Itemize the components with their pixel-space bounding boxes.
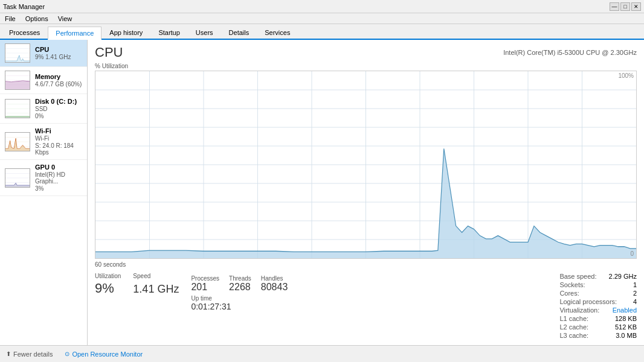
disk-sidebar-sub1: SSD <box>35 106 82 112</box>
logical-proc-val: 4 <box>633 298 637 305</box>
l2-cache-row: L2 cache: 512 KB <box>559 323 637 331</box>
chart-label: % Utilization <box>95 63 637 69</box>
sidebar-item-wifi[interactable]: Wi-Fi Wi-Fi S: 24.0 R: 184 Kbps <box>0 124 87 160</box>
sockets-key: Sockets: <box>559 281 585 288</box>
cores-key: Cores: <box>559 290 579 297</box>
performance-panel: CPU Intel(R) Core(TM) i5-5300U CPU @ 2.3… <box>88 40 644 345</box>
chart-min-label: 0 <box>630 250 634 257</box>
close-button[interactable]: ✕ <box>631 2 641 11</box>
open-resource-monitor-link[interactable]: ⊙ Open Resource Monitor <box>65 351 143 358</box>
threads-label: Threads <box>229 275 251 282</box>
virtualization-val: Enabled <box>613 306 637 314</box>
sidebar-item-memory[interactable]: Memory 4.6/7.7 GB (60%) <box>0 67 87 94</box>
processes-label: Processes <box>191 275 219 282</box>
tab-performance[interactable]: Performance <box>48 27 101 40</box>
menu-view[interactable]: View <box>56 15 74 22</box>
disk-sidebar-info: Disk 0 (C: D:) SSD 0% <box>35 98 82 119</box>
process-thread-handle-stats: Processes 201 Threads 2268 Handles 80843… <box>191 273 547 340</box>
resource-monitor-label: Open Resource Monitor <box>72 351 143 358</box>
cpu-sidebar-info: CPU 9% 1.41 GHz <box>35 46 82 60</box>
tab-services[interactable]: Services <box>257 25 298 39</box>
disk-thumbnail <box>5 99 30 118</box>
threads-stat: Threads 2268 <box>229 275 251 293</box>
l3-cache-val: 3.0 MB <box>616 332 637 339</box>
l2-cache-val: 512 KB <box>615 323 637 331</box>
speed-stat: Speed 1.41 GHz <box>133 273 179 340</box>
tab-startup[interactable]: Startup <box>150 25 187 39</box>
memory-sidebar-label: Memory <box>35 73 82 80</box>
virtualization-key: Virtualization: <box>559 306 599 314</box>
uptime-section: Up time 0:01:27:31 <box>191 295 547 311</box>
menu-options[interactable]: Options <box>24 15 50 22</box>
perf-title: CPU <box>95 45 123 60</box>
utilization-stat: Utilization 9% <box>95 273 121 340</box>
time-range-label: 60 seconds <box>95 261 126 268</box>
cpu-chart-area: 100% 0 <box>95 71 637 259</box>
sidebar-item-cpu[interactable]: CPU 9% 1.41 GHz <box>0 40 87 67</box>
processes-stat: Processes 201 <box>191 275 219 293</box>
bottom-bar: ⬆ Fewer details ⊙ Open Resource Monitor <box>0 345 644 362</box>
base-speed-val: 2.29 GHz <box>609 273 637 280</box>
sockets-val: 1 <box>633 281 637 288</box>
tab-details[interactable]: Details <box>221 25 257 39</box>
cpu-model: Intel(R) Core(TM) i5-5300U CPU @ 2.30GHz <box>503 49 637 56</box>
title-bar: Task Manager — □ ✕ <box>0 0 644 13</box>
wifi-sidebar-sub1: Wi-Fi <box>35 135 82 142</box>
maximize-button[interactable]: □ <box>620 2 630 11</box>
threads-value: 2268 <box>229 282 251 293</box>
sidebar-item-disk[interactable]: Disk 0 (C: D:) SSD 0% <box>0 94 87 124</box>
menu-bar: File Options View <box>0 13 644 24</box>
logical-proc-row: Logical processors: 4 <box>559 298 637 305</box>
menu-file[interactable]: File <box>3 15 18 22</box>
uptime-value: 0:01:27:31 <box>191 302 547 311</box>
stats-area: Utilization 9% Speed 1.41 GHz Processes … <box>95 273 637 340</box>
tab-app-history[interactable]: App history <box>101 25 150 39</box>
l1-cache-key: L1 cache: <box>559 315 588 322</box>
sidebar-item-gpu[interactable]: GPU 0 Intel(R) HD Graphi... 3% <box>0 160 87 196</box>
perf-header: CPU Intel(R) Core(TM) i5-5300U CPU @ 2.3… <box>95 45 637 60</box>
memory-thumbnail <box>5 71 30 90</box>
gpu-thumbnail <box>5 168 30 188</box>
sidebar: CPU 9% 1.41 GHz Memory 4.6/7.7 GB (60%) <box>0 40 88 345</box>
minimize-button[interactable]: — <box>610 2 619 11</box>
disk-sidebar-sub2: 0% <box>35 113 82 119</box>
tab-bar: Processes Performance App history Startu… <box>0 24 644 40</box>
right-stats: Base speed: 2.29 GHz Sockets: 1 Cores: 2… <box>559 273 637 340</box>
pth-group: Processes 201 Threads 2268 Handles 80843 <box>191 275 547 293</box>
cpu-sidebar-sub: 9% 1.41 GHz <box>35 54 82 60</box>
window-title: Task Manager <box>3 3 45 10</box>
wifi-thumbnail <box>5 132 30 151</box>
resource-monitor-icon: ⊙ <box>65 351 69 357</box>
cores-row: Cores: 2 <box>559 290 637 297</box>
wifi-sidebar-sub2: S: 24.0 R: 184 Kbps <box>35 142 82 156</box>
l1-cache-row: L1 cache: 128 KB <box>559 315 637 322</box>
processes-value: 201 <box>191 282 219 293</box>
speed-label: Speed <box>133 273 179 279</box>
disk-sidebar-label: Disk 0 (C: D:) <box>35 98 82 105</box>
cores-val: 2 <box>633 290 637 297</box>
main-content: CPU 9% 1.41 GHz Memory 4.6/7.7 GB (60%) <box>0 40 644 345</box>
window-controls: — □ ✕ <box>610 2 641 11</box>
logical-proc-key: Logical processors: <box>559 298 617 305</box>
cpu-thumbnail <box>5 43 30 63</box>
cpu-sidebar-label: CPU <box>35 46 82 53</box>
handles-stat: Handles 80843 <box>261 275 288 293</box>
sockets-row: Sockets: 1 <box>559 281 637 288</box>
fewer-details-button[interactable]: ⬆ Fewer details <box>6 351 53 358</box>
uptime-label: Up time <box>191 295 547 302</box>
base-speed-key: Base speed: <box>559 273 596 280</box>
virtualization-row: Virtualization: Enabled <box>559 306 637 314</box>
speed-value: 1.41 GHz <box>133 281 179 296</box>
l2-cache-key: L2 cache: <box>559 323 588 331</box>
svg-marker-9 <box>5 81 30 89</box>
memory-sidebar-sub: 4.6/7.7 GB (60%) <box>35 81 82 87</box>
handles-value: 80843 <box>261 282 288 293</box>
tab-users[interactable]: Users <box>188 25 221 39</box>
gpu-sidebar-info: GPU 0 Intel(R) HD Graphi... 3% <box>35 164 82 192</box>
tab-processes[interactable]: Processes <box>1 25 48 39</box>
l1-cache-val: 128 KB <box>615 315 637 322</box>
fewer-details-icon: ⬆ <box>6 351 11 357</box>
fewer-details-label: Fewer details <box>13 351 53 358</box>
utilization-value: 9% <box>95 281 121 296</box>
gpu-sidebar-sub2: 3% <box>35 185 82 192</box>
